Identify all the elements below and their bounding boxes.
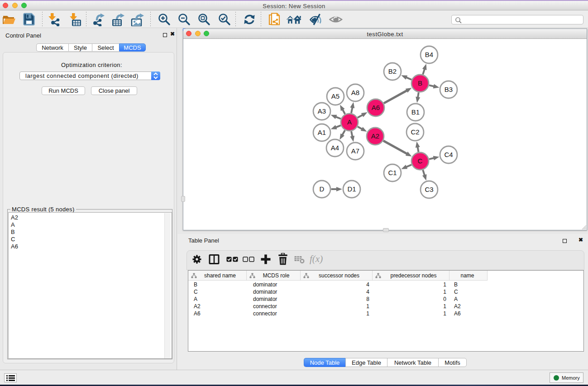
svg-text:A6: A6 <box>372 104 380 111</box>
svg-text:C4: C4 <box>444 151 453 158</box>
svg-text:A2: A2 <box>371 132 379 140</box>
svg-text:B4: B4 <box>425 51 433 58</box>
svg-text:B3: B3 <box>445 86 453 93</box>
svg-text:C: C <box>418 157 423 165</box>
svg-text:D: D <box>320 185 325 193</box>
svg-text:C1: C1 <box>388 169 397 176</box>
svg-text:A: A <box>347 118 352 126</box>
svg-text:A3: A3 <box>318 107 326 115</box>
svg-text:A1: A1 <box>318 129 326 136</box>
svg-text:B: B <box>418 79 422 87</box>
svg-text:C3: C3 <box>425 186 433 193</box>
svg-text:B2: B2 <box>388 67 397 75</box>
svg-text:A8: A8 <box>351 89 359 96</box>
svg-text:B1: B1 <box>411 108 420 116</box>
svg-text:D1: D1 <box>347 185 356 193</box>
svg-text:A5: A5 <box>331 92 339 100</box>
svg-text:A4: A4 <box>331 144 339 152</box>
svg-text:A7: A7 <box>351 147 359 155</box>
svg-text:C2: C2 <box>411 128 419 136</box>
